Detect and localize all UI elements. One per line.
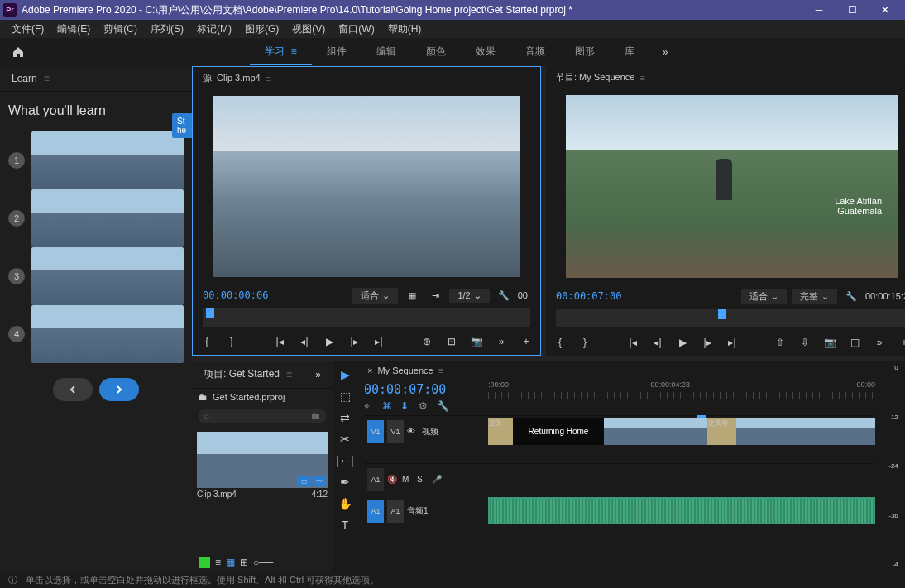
marker-icon[interactable]: ⬇: [400, 400, 414, 414]
mark-out-button[interactable]: }: [576, 334, 594, 351]
learn-item-1[interactable]: 1: [8, 131, 184, 189]
filter-icon[interactable]: 🖿: [311, 410, 321, 422]
source-video[interactable]: [213, 96, 520, 277]
learn-tab[interactable]: Learn≡: [0, 66, 192, 92]
extract-button[interactable]: ⇩: [796, 334, 814, 351]
workspace-tab-6[interactable]: 图形: [560, 40, 610, 65]
learn-next-button[interactable]: [99, 378, 139, 401]
a1-track-target[interactable]: A1: [387, 500, 404, 523]
compare-button[interactable]: ◫: [845, 334, 864, 351]
mute-icon[interactable]: 🔇: [387, 475, 399, 484]
source-tab[interactable]: 源: Clip 3.mp4 ≡: [193, 67, 540, 89]
learn-item-2[interactable]: 2: [8, 189, 184, 247]
step-fwd-button[interactable]: |▸: [698, 334, 716, 351]
icon-view-icon[interactable]: ▦: [226, 557, 235, 568]
menu-图形(G)[interactable]: 图形(G): [238, 21, 285, 38]
toggle-output-icon[interactable]: 👁: [407, 427, 419, 436]
goto-in-button[interactable]: |◂: [271, 333, 289, 350]
timeline-content[interactable]: 交叉 Returning Home 交叉溶 fx: [488, 415, 875, 571]
list-view-icon[interactable]: ≡: [215, 557, 221, 568]
source-timecode[interactable]: 00:00:00:06: [203, 289, 268, 301]
ripple-tool[interactable]: ⇄: [336, 409, 354, 427]
freeform-view-icon[interactable]: ⊞: [240, 557, 248, 568]
program-scrubber[interactable]: [556, 309, 905, 327]
play-button[interactable]: ▶: [320, 333, 338, 350]
workspace-tab-7[interactable]: 库: [610, 40, 649, 65]
mark-out-button[interactable]: }: [223, 333, 241, 350]
minimize-button[interactable]: ─: [802, 0, 836, 20]
learn-back-button[interactable]: [53, 378, 93, 401]
step-back-button[interactable]: ◂|: [295, 333, 314, 350]
workspace-tab-5[interactable]: 音频: [510, 40, 560, 65]
workspace-tab-4[interactable]: 效果: [461, 40, 510, 65]
source-res-dropdown[interactable]: 1/2 ⌄: [449, 289, 489, 303]
goto-in-button[interactable]: |◂: [624, 334, 642, 351]
mark-in-button[interactable]: {: [198, 333, 216, 350]
transition-clip-2[interactable]: 交叉溶: [707, 418, 736, 445]
workspace-tab-1[interactable]: 组件: [312, 40, 362, 65]
transition-clip[interactable]: 交叉: [488, 418, 513, 445]
menu-视图(V)[interactable]: 视图(V): [285, 21, 332, 38]
v1-source-target[interactable]: V1: [367, 420, 384, 443]
source-scrubber[interactable]: [203, 308, 530, 327]
project-tab[interactable]: 项目: Get Started ≡ »: [192, 361, 333, 389]
home-button[interactable]: [8, 42, 28, 62]
hand-tool[interactable]: ✋: [336, 495, 354, 513]
v1-track-target[interactable]: V1: [387, 420, 404, 443]
link-icon[interactable]: ⌘: [382, 400, 395, 414]
title-clip[interactable]: Returning Home: [513, 418, 604, 445]
zoom-slider[interactable]: ○──: [253, 557, 273, 568]
slip-tool[interactable]: |↔|: [336, 452, 354, 470]
learn-item-4[interactable]: 4: [8, 305, 184, 363]
insert-button[interactable]: ⊕: [418, 333, 436, 350]
solo-icon[interactable]: M: [402, 475, 414, 484]
selection-tool[interactable]: ▶: [336, 366, 354, 384]
program-video[interactable]: Lake Atitlan Guatemala: [566, 95, 898, 278]
program-fit-dropdown[interactable]: 适合 ⌄: [741, 289, 787, 304]
program-quality-dropdown[interactable]: 完整 ⌄: [792, 289, 837, 304]
playhead[interactable]: [701, 415, 701, 571]
mark-in-button[interactable]: {: [551, 334, 569, 351]
a1-header-2[interactable]: A1 A1 音频1: [364, 495, 488, 526]
timeline-ruler[interactable]: :00:00 00:00:04:23 00:00: [488, 380, 875, 415]
settings-icon[interactable]: ▦: [403, 287, 421, 304]
workspace-overflow-button[interactable]: »: [653, 41, 678, 63]
solo-s-icon[interactable]: S: [417, 475, 429, 484]
audio-clip[interactable]: fx: [488, 497, 875, 524]
a1-target[interactable]: A1: [367, 500, 384, 523]
pen-tool[interactable]: ✒: [336, 473, 354, 491]
lift-button[interactable]: ⇧: [771, 334, 789, 351]
timeline-tab[interactable]: × My Sequence ≡: [357, 361, 882, 380]
source-fit-dropdown[interactable]: 适合 ⌄: [352, 288, 398, 304]
close-button[interactable]: ✕: [869, 0, 902, 20]
more-transport-button[interactable]: »: [492, 333, 510, 350]
timeline-timecode[interactable]: 00:00:07:00: [364, 380, 488, 399]
menu-剪辑(C)[interactable]: 剪辑(C): [97, 21, 144, 38]
snap-icon[interactable]: ⌖: [364, 400, 377, 414]
learn-item-3[interactable]: 3: [8, 247, 184, 305]
voice-icon[interactable]: 🎤: [432, 475, 443, 484]
program-tab[interactable]: 节目: My Sequence ≡: [546, 66, 905, 88]
video-clip-1[interactable]: [604, 418, 711, 445]
maximize-button[interactable]: ☐: [836, 0, 869, 20]
goto-out-button[interactable]: ▸|: [370, 333, 388, 350]
workspace-tab-2[interactable]: 编辑: [362, 40, 411, 65]
track-select-tool[interactable]: ⬚: [336, 387, 354, 405]
label-green[interactable]: [199, 557, 210, 568]
menu-序列(S)[interactable]: 序列(S): [144, 21, 190, 38]
menu-窗口(W)[interactable]: 窗口(W): [332, 21, 381, 38]
export-frame-button[interactable]: 📷: [467, 333, 486, 350]
a1-source-target[interactable]: A1: [367, 468, 384, 491]
settings-icon[interactable]: ⚙: [419, 400, 432, 414]
video-clip-2[interactable]: [736, 418, 875, 445]
v1-lane[interactable]: 交叉 Returning Home 交叉溶: [488, 415, 875, 447]
menu-帮助(H)[interactable]: 帮助(H): [381, 21, 429, 38]
export-frame-button[interactable]: 📷: [821, 334, 839, 351]
add-button[interactable]: +: [517, 333, 535, 350]
marker-icon[interactable]: ⇥: [426, 287, 444, 304]
wrench-icon[interactable]: 🔧: [495, 287, 513, 304]
goto-out-button[interactable]: ▸|: [723, 334, 741, 351]
step-fwd-button[interactable]: |▸: [345, 333, 363, 350]
a1-lane[interactable]: fx: [488, 495, 875, 526]
program-timecode[interactable]: 00:00:07:00: [556, 290, 621, 302]
